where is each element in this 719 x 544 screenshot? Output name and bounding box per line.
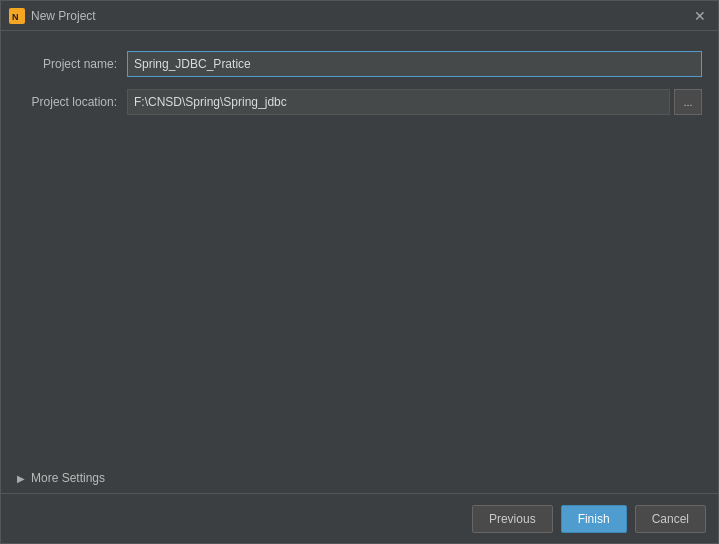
more-settings-section[interactable]: ▶ More Settings — [17, 463, 702, 493]
project-location-row: Project location: ... — [17, 89, 702, 115]
project-name-input[interactable] — [127, 51, 702, 77]
more-settings-label: More Settings — [31, 471, 105, 485]
dialog-footer: Previous Finish Cancel — [1, 493, 718, 543]
cancel-button[interactable]: Cancel — [635, 505, 706, 533]
previous-button[interactable]: Previous — [472, 505, 553, 533]
dialog-content: Project name: Project location: ... ▶ Mo… — [1, 31, 718, 493]
close-button[interactable]: ✕ — [690, 6, 710, 26]
window-title: New Project — [31, 9, 96, 23]
project-location-label: Project location: — [17, 95, 127, 109]
svg-text:N: N — [12, 12, 19, 22]
project-name-label: Project name: — [17, 57, 127, 71]
finish-button[interactable]: Finish — [561, 505, 627, 533]
title-bar-left: N New Project — [9, 8, 96, 24]
more-settings-arrow-icon: ▶ — [17, 473, 25, 484]
title-bar: N New Project ✕ — [1, 1, 718, 31]
project-name-row: Project name: — [17, 51, 702, 77]
app-icon: N — [9, 8, 25, 24]
new-project-dialog: N New Project ✕ Project name: Project lo… — [0, 0, 719, 544]
project-location-input[interactable] — [127, 89, 670, 115]
content-spacer — [17, 127, 702, 463]
browse-button[interactable]: ... — [674, 89, 702, 115]
